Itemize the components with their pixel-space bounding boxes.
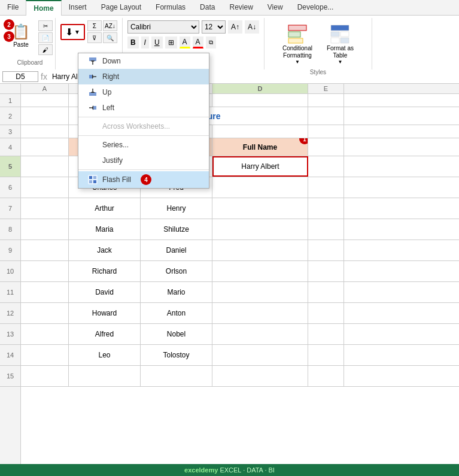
tab-data[interactable]: Data xyxy=(193,0,222,15)
cell-b14[interactable]: Leo xyxy=(69,345,141,365)
cell-e5[interactable] xyxy=(308,156,344,177)
cell-a2[interactable] xyxy=(21,107,69,125)
italic-button[interactable]: I xyxy=(141,37,149,48)
cell-d12[interactable] xyxy=(212,303,308,323)
format-painter-button[interactable]: 🖌 xyxy=(38,44,53,55)
fill-down-item[interactable]: Down xyxy=(78,53,209,69)
cell-a11[interactable] xyxy=(21,282,69,302)
cell-d10[interactable] xyxy=(212,261,308,281)
font-shrink-button[interactable]: A↓ xyxy=(245,20,259,34)
font-group-expand[interactable]: ⧉ xyxy=(206,37,216,48)
tab-developer[interactable]: Develope... xyxy=(290,0,341,15)
cell-d15[interactable] xyxy=(212,366,308,386)
cell-b13[interactable]: Alfred xyxy=(69,324,141,344)
tab-view[interactable]: View xyxy=(260,0,290,15)
cell-b9[interactable]: Jack xyxy=(69,240,141,260)
cell-a15[interactable] xyxy=(21,366,69,386)
cell-d3[interactable] xyxy=(212,125,308,138)
cell-a3[interactable] xyxy=(21,125,69,138)
cell-c8[interactable]: Shilutze xyxy=(141,219,212,239)
cell-a1[interactable] xyxy=(21,94,69,107)
cell-b15[interactable] xyxy=(69,366,141,386)
cell-a7[interactable] xyxy=(21,198,69,219)
cell-e6[interactable] xyxy=(308,177,344,198)
cell-a12[interactable] xyxy=(21,303,69,323)
cell-d7[interactable] xyxy=(212,198,308,219)
across-worksheets-item[interactable]: Across Worksheets... xyxy=(78,119,209,134)
cell-b11[interactable]: David xyxy=(69,282,141,302)
cell-a10[interactable] xyxy=(21,261,69,281)
format-as-table-button[interactable]: Format asTable ▼ xyxy=(321,20,359,68)
justify-item[interactable]: Justify xyxy=(78,153,209,168)
cell-e4[interactable] xyxy=(308,138,344,156)
col-header-e[interactable]: E xyxy=(308,84,344,93)
fill-up-item[interactable]: Up xyxy=(78,84,209,100)
fill-right-item[interactable]: Right xyxy=(78,69,209,84)
cell-d14[interactable] xyxy=(212,345,308,365)
cell-e11[interactable] xyxy=(308,282,344,302)
fill-color-button[interactable]: A xyxy=(180,37,190,48)
font-family-select[interactable]: Calibri xyxy=(127,20,199,34)
find-select-button[interactable]: 🔍 xyxy=(103,32,117,43)
col-header-d[interactable]: D xyxy=(212,84,308,93)
cell-c7[interactable]: Henry xyxy=(141,198,212,219)
cell-e2[interactable] xyxy=(308,107,344,125)
tab-home[interactable]: Home xyxy=(26,0,61,16)
cell-c12[interactable]: Anton xyxy=(141,303,212,323)
cell-e10[interactable] xyxy=(308,261,344,281)
cell-e8[interactable] xyxy=(308,219,344,239)
cut-button[interactable]: ✂ xyxy=(38,20,53,31)
cell-a6[interactable] xyxy=(21,177,69,198)
cell-a4[interactable] xyxy=(21,138,69,156)
cell-d1[interactable] xyxy=(212,94,308,107)
cell-e3[interactable] xyxy=(308,125,344,138)
fill-button[interactable]: ⬇ ▼ xyxy=(60,24,85,40)
autosum-button[interactable]: Σ xyxy=(87,20,102,31)
cell-b10[interactable]: Richard xyxy=(69,261,141,281)
fill-left-item[interactable]: Left xyxy=(78,100,209,116)
font-grow-button[interactable]: A↑ xyxy=(228,20,242,34)
cell-d13[interactable] xyxy=(212,324,308,344)
cell-d6[interactable] xyxy=(212,177,308,198)
cell-c11[interactable]: Mario xyxy=(141,282,212,302)
tab-page-layout[interactable]: Page Layout xyxy=(94,0,148,15)
col-header-a[interactable]: A xyxy=(21,84,69,93)
cell-c14[interactable]: Tolostoy xyxy=(141,345,212,365)
font-size-select[interactable]: 12 xyxy=(202,20,226,34)
bold-button[interactable]: B xyxy=(127,37,139,48)
cell-e15[interactable] xyxy=(308,366,344,386)
flash-fill-item[interactable]: Flash Fill 4 xyxy=(78,171,209,188)
tab-file[interactable]: File xyxy=(0,0,26,15)
cell-b12[interactable]: Howard xyxy=(69,303,141,323)
copy-button[interactable]: 📄 xyxy=(38,32,53,43)
underline-button[interactable]: U xyxy=(151,37,163,48)
cell-e13[interactable] xyxy=(308,324,344,344)
cell-a13[interactable] xyxy=(21,324,69,344)
funnel-button[interactable]: ⊽ xyxy=(87,32,102,43)
cell-a8[interactable] xyxy=(21,219,69,239)
cell-d8[interactable] xyxy=(212,219,308,239)
cell-d11[interactable] xyxy=(212,282,308,302)
cell-a5[interactable] xyxy=(21,156,69,177)
cell-a14[interactable] xyxy=(21,345,69,365)
tab-formulas[interactable]: Formulas xyxy=(148,0,193,15)
cell-d9[interactable] xyxy=(212,240,308,260)
cell-c10[interactable]: Orlson xyxy=(141,261,212,281)
cell-c9[interactable]: Daniel xyxy=(141,240,212,260)
tab-review[interactable]: Review xyxy=(222,0,260,15)
cell-d5[interactable]: Harry Albert xyxy=(212,156,308,177)
cell-e1[interactable] xyxy=(308,94,344,107)
cell-b7[interactable]: Arthur xyxy=(69,198,141,219)
cell-c13[interactable]: Nobel xyxy=(141,324,212,344)
cell-b8[interactable]: Maria xyxy=(69,219,141,239)
cell-reference-box[interactable] xyxy=(2,71,38,82)
sort-filter-button[interactable]: AZ↓ xyxy=(103,20,117,31)
series-item[interactable]: Series... xyxy=(78,137,209,153)
tab-insert[interactable]: Insert xyxy=(62,0,94,15)
font-color-button[interactable]: A xyxy=(193,37,203,48)
cell-c15[interactable] xyxy=(141,366,212,386)
cell-e9[interactable] xyxy=(308,240,344,260)
border-button[interactable]: ⊞ xyxy=(165,37,177,48)
cell-a9[interactable] xyxy=(21,240,69,260)
conditional-formatting-button[interactable]: ConditionalFormatting ▼ xyxy=(277,20,318,68)
